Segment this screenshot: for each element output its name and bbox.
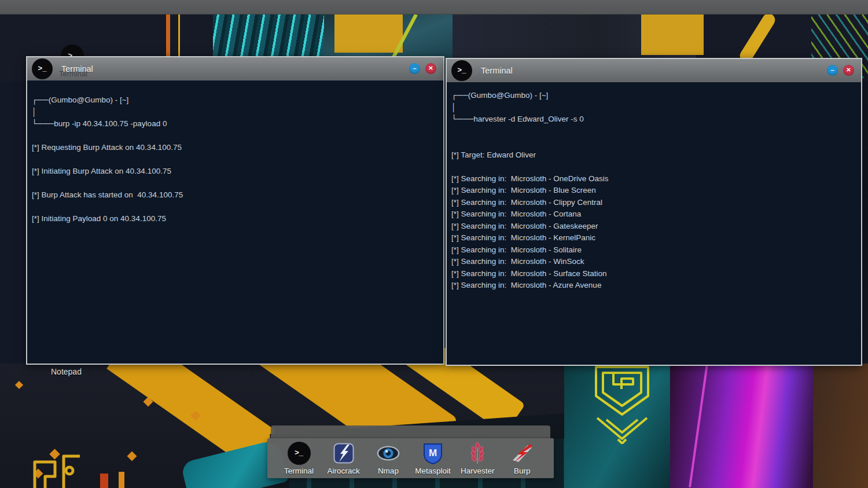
terminal-window-right: >_ Terminal – ✕ ┌──(Gumbo@Gumbo) - [~] │… [446, 58, 862, 366]
burp-icon [510, 443, 534, 464]
svg-text:M: M [429, 447, 437, 458]
terminal-text: ┌──(Gumbo@Gumbo) - [~] │ └───burp -ip 40… [27, 80, 443, 225]
dock-item-label: Metasploit [415, 467, 451, 475]
wallpaper-circuit-emblem [29, 445, 81, 488]
terminal-icon: >_ [32, 58, 53, 79]
dock-item-terminal[interactable]: >_ Terminal [277, 442, 321, 475]
wallpaper-shape [641, 14, 704, 55]
airocrack-icon [333, 443, 354, 464]
wallpaper-shape [119, 472, 124, 488]
minimize-button[interactable]: – [409, 63, 420, 74]
terminal-output-area[interactable]: ┌──(Gumbo@Gumbo) - [~] │ └───burp -ip 40… [27, 80, 443, 364]
terminal-window-left: >_ Terminal Terminal – ✕ ┌──(Gumbo@Gumbo… [26, 56, 444, 365]
dock-item-label: Harvester [461, 467, 495, 475]
wallpaper-shape [813, 364, 868, 488]
wallpaper-crest-emblem [583, 366, 661, 444]
metasploit-icon: M [423, 442, 443, 464]
terminal-icon: >_ [288, 442, 311, 465]
ghost-desktop-label: Terminal [59, 69, 87, 78]
dock-item-label: Burp [514, 467, 531, 475]
nmap-icon [377, 445, 400, 462]
top-panel [0, 0, 868, 14]
minimize-button[interactable]: – [827, 65, 838, 76]
close-button[interactable]: ✕ [425, 63, 436, 74]
close-button[interactable]: ✕ [843, 65, 854, 76]
wallpaper-shape [0, 81, 26, 370]
wallpaper-shape [334, 14, 403, 53]
harvester-icon [470, 442, 485, 465]
dock-item-burp[interactable]: Burp [500, 442, 544, 475]
dock-item-label: Airocrack [328, 467, 360, 475]
terminal-icon: >_ [451, 60, 472, 81]
dock-item-airocrack[interactable]: Airocrack [322, 442, 366, 475]
dock-item-nmap[interactable]: Nmap [366, 442, 410, 475]
titlebar[interactable]: >_ Terminal Terminal – ✕ [27, 57, 443, 80]
wallpaper-shape [100, 474, 108, 488]
desktop-shortcut-notepad-label[interactable]: Notepad [51, 367, 82, 376]
window-title: Terminal [481, 66, 513, 75]
terminal-text: ┌──(Gumbo@Gumbo) - [~] │ └───harvester -… [447, 82, 861, 292]
dock-bar: >_ Terminal Airocrack [267, 438, 554, 478]
dock-item-label: Terminal [284, 467, 314, 475]
dock-item-label: Nmap [378, 467, 399, 475]
titlebar[interactable]: >_ Terminal – ✕ [447, 59, 861, 82]
terminal-output-area[interactable]: ┌──(Gumbo@Gumbo) - [~] │ └───harvester -… [447, 82, 861, 365]
dock-item-metasploit[interactable]: M Metasploit [411, 442, 455, 475]
dock-handle [271, 425, 550, 438]
dock: >_ Terminal Airocrack [267, 425, 554, 478]
dock-item-harvester[interactable]: Harvester [455, 442, 499, 475]
